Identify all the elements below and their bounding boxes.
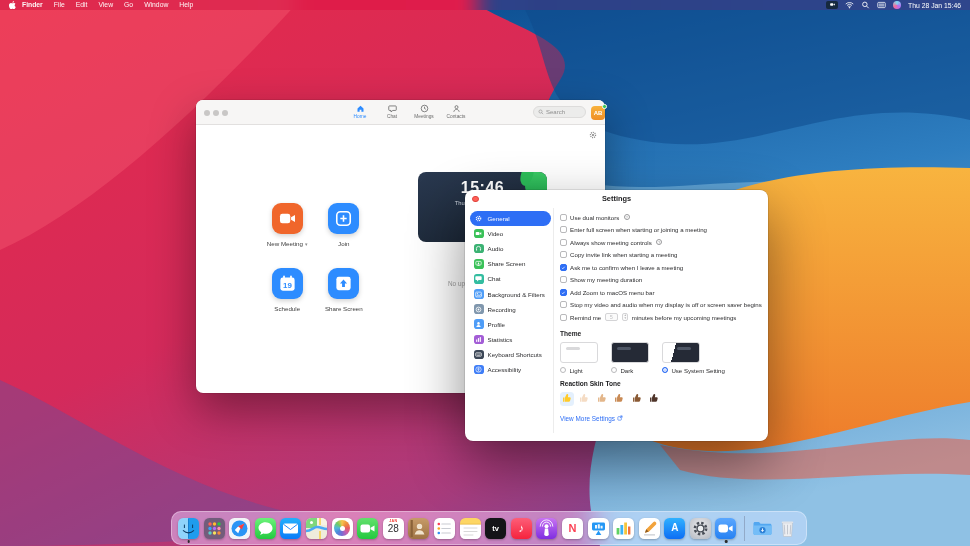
sidebar-item-video[interactable]: Video: [470, 226, 551, 241]
theme-thumbnail-system[interactable]: [662, 342, 700, 363]
dock-icon-mail[interactable]: [280, 518, 301, 539]
checkbox[interactable]: [560, 226, 567, 233]
skin-tone-6-thumb-icon[interactable]: [648, 392, 662, 406]
menu-view[interactable]: View: [98, 0, 113, 10]
sidebar-item-recording[interactable]: Recording: [470, 302, 551, 317]
checkbox[interactable]: [560, 289, 567, 296]
sidebar-item-label: Background & Filters: [488, 291, 545, 298]
checkbox[interactable]: [560, 314, 567, 321]
dock-icon-reminders[interactable]: [434, 518, 455, 539]
dock-icon-maps[interactable]: [306, 518, 327, 539]
skin-tone-4-thumb-icon[interactable]: [613, 392, 627, 406]
sidebar-item-general[interactable]: General: [470, 211, 551, 226]
dock-icon-trash[interactable]: [777, 518, 798, 539]
sidebar-item-accessibility[interactable]: Accessibility: [470, 362, 551, 377]
theme-thumbnail-light[interactable]: [560, 342, 598, 363]
camera-icon: [474, 229, 484, 239]
setting-row-remind: Remind me5▲▼minutes before my upcoming m…: [560, 311, 762, 324]
remind-minutes-input[interactable]: 5: [605, 313, 618, 321]
checkbox[interactable]: [560, 301, 567, 308]
dock-icon-news[interactable]: N: [562, 518, 583, 539]
skin-tone-5-thumb-icon[interactable]: [630, 392, 644, 406]
display-icon[interactable]: [877, 1, 886, 10]
checkbox[interactable]: [560, 239, 567, 246]
skin-tone-3-thumb-icon[interactable]: [595, 392, 609, 406]
action-share: [328, 268, 359, 299]
dock-icon-tv[interactable]: tv: [485, 518, 506, 539]
dock-icon-launchpad[interactable]: [204, 518, 225, 539]
checkbox[interactable]: [560, 251, 567, 258]
action-new-meeting[interactable]: New Meeting▾: [259, 203, 315, 247]
spotlight-icon[interactable]: [861, 1, 870, 10]
siri-icon[interactable]: [893, 1, 901, 10]
dock-icon-calendar[interactable]: JAN28: [383, 518, 404, 539]
dock-icon-photos[interactable]: [332, 518, 353, 539]
dock-icon-downloads[interactable]: [752, 518, 773, 539]
action-schedule[interactable]: 19Schedule: [259, 268, 315, 312]
remind-minutes-stepper[interactable]: ▲▼: [622, 313, 628, 321]
info-icon[interactable]: ?: [624, 214, 630, 220]
skin-tone-1-thumb-icon[interactable]: [560, 392, 574, 406]
dock-icon-numbers[interactable]: [613, 518, 634, 539]
app-menus: FinderFileEditViewGoWindowHelp: [22, 0, 193, 10]
theme-option-light[interactable]: Light: [560, 342, 598, 374]
radio-button[interactable]: [611, 367, 617, 373]
wifi-icon[interactable]: [845, 1, 854, 10]
close-button[interactable]: [472, 196, 479, 203]
dock-icon-zoom[interactable]: [715, 518, 736, 539]
dock-icon-notes[interactable]: [460, 518, 481, 539]
sidebar-item-audio[interactable]: Audio: [470, 241, 551, 256]
dock-icon-system-preferences[interactable]: [690, 518, 711, 539]
dock-icon-messages[interactable]: [255, 518, 276, 539]
sidebar-item-keyboard-shortcuts[interactable]: Keyboard Shortcuts: [470, 347, 551, 362]
menu-bar-clock[interactable]: Thu 28 Jan 15:46: [908, 2, 961, 9]
chatbubble-icon: [474, 274, 484, 284]
radio-button[interactable]: [560, 367, 566, 373]
theme-thumbnail-dark[interactable]: [611, 342, 649, 363]
dock-icon-keynote[interactable]: [588, 518, 609, 539]
zoom-menubar-icon[interactable]: [826, 1, 838, 10]
sidebar-item-share-screen[interactable]: Share Screen: [470, 256, 551, 271]
checkbox[interactable]: [560, 214, 567, 221]
action-share-screen[interactable]: Share Screen: [316, 268, 372, 312]
action-join[interactable]: Join: [316, 203, 372, 247]
settings-titlebar: Settings: [465, 190, 768, 207]
view-more-settings-link[interactable]: View More Settings: [560, 415, 762, 422]
dock-icon-contacts[interactable]: [408, 518, 429, 539]
theme-option-dark[interactable]: Dark: [611, 342, 649, 374]
action-label: Join: [338, 240, 349, 247]
menu-go[interactable]: Go: [124, 0, 133, 10]
chevron-down-icon[interactable]: ▾: [305, 241, 308, 247]
gear-icon: [474, 214, 484, 224]
menu-finder[interactable]: Finder: [22, 0, 43, 10]
info-icon[interactable]: ?: [656, 239, 662, 245]
sidebar-item-background-filters[interactable]: Background & Filters: [470, 286, 551, 301]
dock-icon-podcasts[interactable]: [536, 518, 557, 539]
zoom-settings-window: Settings GeneralVideoAudioShare ScreenCh…: [465, 190, 768, 441]
checkbox[interactable]: [560, 264, 567, 271]
sidebar-item-chat[interactable]: Chat: [470, 271, 551, 286]
menu-edit[interactable]: Edit: [76, 0, 88, 10]
dock: JAN28tv♪NA: [171, 511, 807, 545]
reaction-heading: Reaction Skin Tone: [560, 380, 762, 387]
checkbox[interactable]: [560, 276, 567, 283]
sidebar-item-statistics[interactable]: Statistics: [470, 332, 551, 347]
dock-icon-safari[interactable]: [229, 518, 250, 539]
menu-file[interactable]: File: [54, 0, 65, 10]
setting-row: Copy invite link when starting a meeting: [560, 249, 762, 262]
dock-icon-facetime[interactable]: [357, 518, 378, 539]
setting-label: Use dual monitors: [570, 214, 619, 221]
dock-icon-appstore[interactable]: A: [664, 518, 685, 539]
menu-window[interactable]: Window: [144, 0, 168, 10]
skin-tone-2-thumb-icon[interactable]: [578, 392, 592, 406]
menu-help[interactable]: Help: [179, 0, 193, 10]
apple-menu-icon[interactable]: [9, 1, 18, 9]
theme-heading: Theme: [560, 330, 762, 337]
personfill-icon: [474, 319, 484, 329]
dock-icon-finder[interactable]: [178, 518, 199, 539]
dock-icon-pages[interactable]: [639, 518, 660, 539]
dock-icon-music[interactable]: ♪: [511, 518, 532, 539]
theme-option-system[interactable]: Use System Setting: [662, 342, 725, 374]
sidebar-item-profile[interactable]: Profile: [470, 317, 551, 332]
radio-button[interactable]: [662, 367, 668, 373]
